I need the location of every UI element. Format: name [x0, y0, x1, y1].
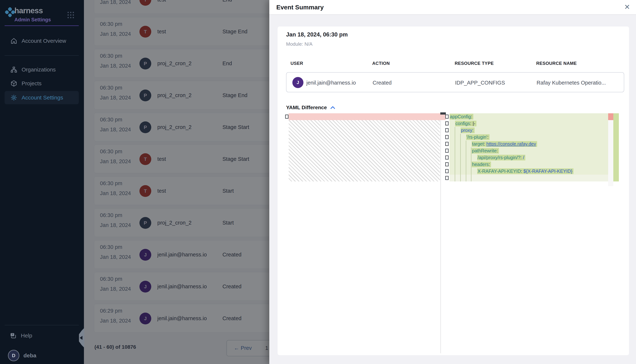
code-token: pathRewrite: [472, 148, 497, 153]
sidebar: harness Admin Settings Account Overview …: [0, 0, 84, 364]
diff-line-marker[interactable]: [445, 162, 449, 166]
diff-empty-line: [450, 175, 608, 182]
diff-left-empty-hatch: [289, 120, 440, 182]
avatar: D: [8, 350, 19, 361]
event-summary-card: Jan 18, 2024, 06:30 pm Module: N/A USER …: [278, 26, 629, 355]
help-button[interactable]: ? Help: [5, 329, 75, 342]
event-resource-name: Rafay Kubernetes Operatio...: [537, 80, 606, 86]
code-token: appConfig: [450, 114, 471, 119]
diff-added-line: X-RAFAY-API-KEYID: ${X-RAFAY-API-KEYID}: [450, 168, 608, 175]
diff-line-marker[interactable]: [445, 135, 449, 139]
code-token: ${X-RAFAY-API-KEYID}: [523, 168, 572, 174]
close-icon[interactable]: ✕: [624, 3, 630, 11]
help-label: Help: [21, 332, 32, 339]
diff-line-marker[interactable]: [445, 114, 449, 119]
gear-icon: [11, 94, 17, 101]
drawer-body: Jan 18, 2024, 06:30 pm Module: N/A USER …: [269, 15, 636, 364]
col-header-resource-name: RESOURCE NAME: [536, 61, 577, 66]
org-chart-icon: [11, 66, 17, 73]
yaml-difference-toggle[interactable]: YAML Difference: [286, 105, 335, 110]
added-change-bar: [613, 113, 619, 182]
sidebar-collapse-handle[interactable]: [79, 328, 84, 348]
sidebar-item-label: Account Overview: [22, 38, 66, 44]
harness-admin-app: harness Admin Settings Account Overview …: [0, 0, 636, 364]
diff-left-line-marker[interactable]: [285, 114, 289, 119]
harness-logo-icon: [5, 7, 16, 18]
removed-change-marker: [608, 113, 613, 120]
diff-word-highlight: pathRewrite:: [472, 148, 499, 154]
diff-divider-handle: [440, 112, 446, 114]
diff-word-highlight: headers:: [472, 162, 491, 167]
code-token: |-: [473, 121, 475, 126]
diff-line-marker[interactable]: [445, 128, 449, 132]
code-token: target: [472, 141, 484, 146]
code-token: headers: [472, 162, 489, 167]
sidebar-divider: [5, 325, 79, 325]
diff-change-gutter: [608, 113, 613, 186]
user-menu[interactable]: D deba: [5, 348, 75, 363]
code-token: :: [471, 114, 472, 119]
code-token: [485, 141, 486, 146]
sidebar-item-label: Account Settings: [22, 94, 63, 101]
code-token: :: [484, 141, 485, 146]
diff-word-highlight: '/rs-plugin':: [466, 134, 490, 140]
indent-guide: [455, 127, 455, 182]
diff-added-line: headers:: [450, 161, 608, 168]
event-module: Module: N/A: [286, 41, 312, 47]
sidebar-item-account-overview[interactable]: Account Overview: [5, 34, 79, 48]
code-token: :: [497, 148, 498, 153]
code-token: [522, 168, 523, 174]
diff-word-highlight: appConfig:: [450, 114, 473, 120]
event-resource-type: IDP_APP_CONFIGS: [455, 80, 505, 86]
diff-line-marker[interactable]: [445, 142, 449, 146]
diff-added-line: proxy:: [450, 127, 608, 134]
code-token: proxy:: [461, 128, 474, 133]
diff-added-line: target: https://console.rafay.dev: [450, 140, 608, 147]
code-token: [522, 155, 523, 160]
event-action: Created: [373, 80, 392, 86]
diff-added-line: configs: |-: [450, 120, 608, 127]
code-token: :: [489, 162, 490, 167]
diff-word-highlight: configs: |-: [455, 121, 477, 126]
code-token: configs: [456, 121, 470, 126]
diff-word-highlight: /api/proxy/rs-plugin/?: /: [477, 155, 525, 160]
sidebar-item-label: Organizations: [22, 66, 56, 73]
yaml-difference-label: YAML Difference: [286, 105, 327, 110]
diff-line-marker[interactable]: [445, 122, 449, 126]
diff-removed-line: [289, 113, 446, 120]
diff-pane-divider: [441, 113, 441, 353]
app-grid-icon[interactable]: [68, 12, 74, 18]
event-datetime: Jan 18, 2024, 06:30 pm: [286, 31, 348, 38]
indent-guide: [466, 140, 466, 182]
diff-added-line: appConfig:: [450, 113, 608, 120]
code-token: /: [523, 155, 524, 160]
event-summary-drawer: Event Summary ✕ Jan 18, 2024, 06:30 pm M…: [269, 0, 636, 364]
subtitle-underline: [5, 26, 79, 26]
code-token: /api/proxy/rs-plugin/?: [478, 155, 520, 160]
user-name: deba: [24, 352, 36, 359]
diff-line-marker[interactable]: [445, 156, 449, 160]
col-header-action: ACTION: [372, 61, 390, 66]
code-token: X-RAFAY-API-KEYID: [478, 168, 521, 174]
drawer-header: Event Summary ✕: [269, 0, 636, 15]
diff-line-marker[interactable]: [445, 149, 449, 153]
avatar: J: [292, 77, 303, 88]
code-token: :: [521, 168, 522, 174]
col-header-resource-type: RESOURCE TYPE: [455, 61, 494, 66]
diff-added-line: '/rs-plugin':: [450, 134, 608, 140]
sidebar-item-organizations[interactable]: Organizations: [5, 63, 79, 76]
diff-word-highlight: X-RAFAY-API-KEYID: ${X-RAFAY-API-KEYID}: [477, 168, 573, 174]
diff-line-marker[interactable]: [445, 176, 449, 180]
code-token: https://console.rafay.dev: [486, 141, 536, 146]
code-token: :: [520, 155, 522, 160]
diff-word-highlight: target: https://console.rafay.dev: [472, 141, 537, 147]
diff-word-highlight: proxy:: [461, 128, 475, 133]
cube-icon: [11, 80, 17, 87]
sidebar-item-account-settings[interactable]: Account Settings: [5, 91, 79, 104]
diff-line-marker[interactable]: [445, 169, 449, 173]
event-table-row: J jenil.jain@harness.io Created IDP_APP_…: [286, 72, 624, 92]
chevron-up-icon: [330, 106, 335, 110]
home-icon: [11, 38, 17, 44]
sidebar-item-projects[interactable]: Projects: [5, 77, 79, 90]
drawer-title: Event Summary: [276, 4, 324, 11]
